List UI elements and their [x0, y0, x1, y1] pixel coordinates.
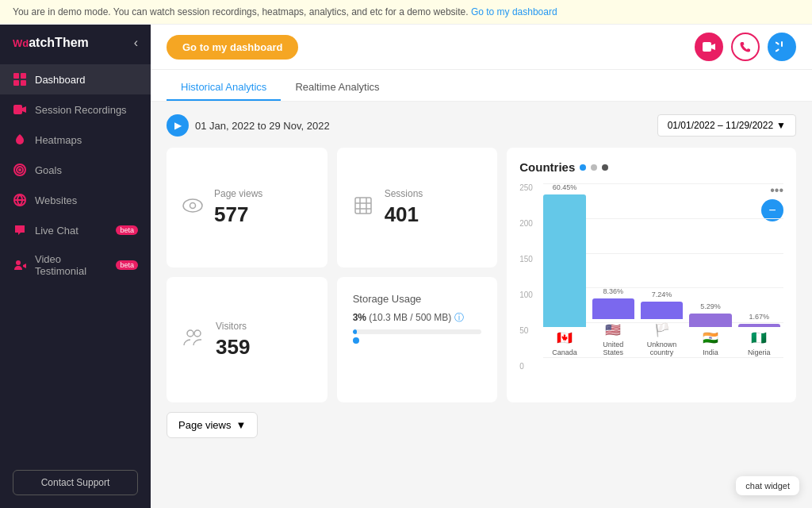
live-chat-badge: beta — [116, 225, 138, 235]
bar-india: 5.29% 🇮🇳 India — [689, 183, 731, 356]
svg-marker-11 — [23, 264, 26, 268]
chart-area: ••• − 250 200 150 100 50 0 — [519, 183, 783, 390]
us-flag: 🇺🇸 — [605, 322, 621, 337]
bar-chart-bars: 60.45% 🇨🇦 Canada 8.36% 🇺🇸 — [543, 183, 783, 374]
nigeria-pct: 1.67% — [749, 313, 770, 321]
tab-realtime[interactable]: Realtime Analytics — [281, 75, 393, 101]
page-views-label: Page views — [214, 188, 262, 199]
page-views-card: Page views 577 — [167, 148, 327, 267]
y-label-50: 50 — [519, 326, 533, 335]
sidebar-item-dashboard-label: Dashboard — [35, 74, 86, 86]
sidebar-item-video-testimonial[interactable]: Video Testimonial beta — [0, 245, 151, 285]
sidebar-item-websites[interactable]: Websites — [0, 185, 151, 215]
video-testimonial-badge: beta — [116, 260, 138, 270]
countries-title: Countries — [519, 160, 783, 174]
user-video-icon — [13, 258, 27, 272]
us-bar — [592, 298, 634, 319]
sidebar-collapse-button[interactable]: ‹ — [134, 36, 138, 50]
chat-icon — [13, 223, 27, 237]
main-content: Go to my dashboard Historical Analytics … — [151, 25, 812, 508]
phone-button[interactable] — [731, 33, 760, 61]
date-label: ▶ 01 Jan, 2022 to 29 Nov, 2022 — [167, 114, 330, 137]
contact-support-button[interactable]: Contact Support — [13, 470, 138, 495]
sidebar-item-live-chat[interactable]: Live Chat beta — [0, 215, 151, 245]
india-pct: 5.29% — [700, 302, 721, 310]
y-label-250: 250 — [519, 183, 533, 192]
sidebar-logo-area: WdatchThem ‹ — [0, 25, 151, 61]
sidebar-item-heatmaps[interactable]: Heatmaps — [0, 125, 151, 155]
svg-point-22 — [194, 330, 201, 337]
bar-canada: 60.45% 🇨🇦 Canada — [543, 183, 585, 356]
svg-point-8 — [19, 169, 21, 171]
storage-detail: (10.3 MB / 500 MB) — [369, 312, 451, 323]
play-icon: ▶ — [167, 114, 189, 137]
svg-rect-1 — [21, 73, 26, 79]
date-range-text: 01 Jan, 2022 to 29 Nov, 2022 — [195, 120, 330, 132]
sidebar-item-video-testimonial-label: Video Testimonial — [35, 253, 108, 277]
bar-unknown: 7.24% 🏳️ Unknown country — [641, 183, 683, 356]
countries-card: Countries ••• − 250 200 — [507, 148, 796, 402]
chevron-down-icon: ▼ — [776, 120, 786, 131]
globe-icon — [13, 193, 27, 207]
storage-pct: 3% (10.3 MB / 500 MB) ⓘ — [353, 311, 482, 325]
sessions-label: Sessions — [385, 188, 423, 199]
target-icon — [13, 163, 27, 177]
visitors-card: Visitors 359 — [167, 277, 327, 402]
visitors-icon — [182, 326, 205, 353]
page-views-value: 577 — [214, 202, 262, 227]
svg-point-21 — [187, 330, 193, 337]
canada-pct: 60.45% — [553, 183, 577, 191]
storage-indicator-dot — [353, 337, 359, 344]
sidebar-item-heatmaps-label: Heatmaps — [35, 134, 82, 146]
tab-historical[interactable]: Historical Analytics — [167, 75, 281, 101]
storage-pct-value: 3% — [353, 312, 366, 323]
storage-info-icon[interactable]: ⓘ — [454, 312, 464, 323]
date-picker-value: 01/01/2022 – 11/29/2022 — [668, 120, 773, 131]
fire-icon — [13, 133, 27, 147]
y-label-200: 200 — [519, 219, 533, 228]
bar-nigeria: 1.67% 🇳🇬 Nigeria — [738, 183, 780, 356]
y-label-0: 0 — [519, 362, 533, 371]
unknown-bar — [641, 302, 683, 319]
sessions-value: 401 — [385, 202, 423, 227]
sidebar-item-session-recordings[interactable]: Session Recordings — [0, 94, 151, 125]
sidebar-item-websites-label: Websites — [35, 194, 77, 206]
india-bar — [689, 314, 731, 327]
sessions-card: Sessions 401 — [337, 148, 498, 267]
svg-point-10 — [16, 260, 21, 265]
sidebar-item-dashboard[interactable]: Dashboard — [0, 64, 151, 94]
india-label: India — [703, 348, 718, 356]
dot-blue — [580, 164, 586, 171]
page-views-dropdown[interactable]: Page views ▼ — [167, 412, 258, 438]
sidebar-item-session-recordings-label: Session Recordings — [35, 104, 127, 116]
visitors-label: Visitors — [216, 321, 250, 332]
svg-point-14 — [183, 199, 202, 212]
storage-card: Storage Usage 3% (10.3 MB / 500 MB) ⓘ — [337, 277, 498, 402]
storage-bar-background — [353, 329, 482, 334]
dashboard-header: Go to my dashboard — [151, 25, 812, 70]
unknown-pct: 7.24% — [652, 291, 672, 298]
canada-bar — [543, 194, 585, 327]
sidebar-item-goals[interactable]: Goals — [0, 155, 151, 185]
svg-rect-2 — [13, 80, 19, 86]
go-to-dashboard-button[interactable]: Go to my dashboard — [167, 35, 298, 60]
chevron-down-icon: ▼ — [236, 419, 246, 431]
svg-marker-5 — [22, 106, 26, 113]
svg-rect-3 — [21, 80, 26, 86]
banner-link[interactable]: Go to my dashboard — [471, 6, 557, 17]
svg-rect-16 — [355, 198, 371, 214]
power-button[interactable] — [768, 33, 796, 61]
date-row: ▶ 01 Jan, 2022 to 29 Nov, 2022 01/01/202… — [167, 114, 796, 137]
countries-title-text: Countries — [519, 160, 575, 174]
date-picker-button[interactable]: 01/01/2022 – 11/29/2022 ▼ — [657, 114, 796, 137]
page-views-dropdown-label: Page views — [178, 419, 231, 431]
y-label-100: 100 — [519, 291, 533, 299]
metrics-grid: Page views 577 Sessions — [167, 148, 796, 402]
chat-widget[interactable]: chat widget — [736, 476, 799, 495]
visitors-info: Visitors 359 — [216, 321, 250, 360]
sidebar: WdatchThem ‹ Dashboard — [0, 25, 151, 508]
video-help-button[interactable] — [695, 33, 723, 61]
y-label-150: 150 — [519, 255, 533, 264]
svg-marker-13 — [711, 44, 715, 50]
demo-banner: You are in demo mode. You can watch sess… — [0, 0, 812, 25]
